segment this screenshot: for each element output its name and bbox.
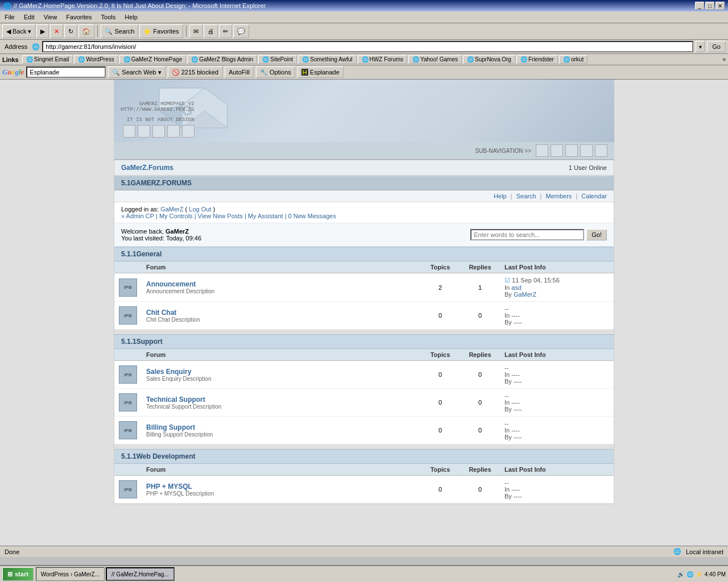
link-sitepoint[interactable]: 🌐 SitePoint <box>258 55 297 64</box>
link-singnet-email[interactable]: 🌐 Singnet Email <box>22 55 73 64</box>
forum-row-replies: 1 <box>460 273 500 302</box>
forum-header-row: GaMerZ.Forums 1 User Online <box>114 160 614 176</box>
mail-button[interactable]: ✉ <box>189 24 202 38</box>
address-input[interactable] <box>42 41 693 52</box>
forward-button[interactable]: ▶ <box>36 24 49 38</box>
menu-edit[interactable]: Edit <box>19 13 39 22</box>
link-wordpress[interactable]: 🌐 WordPress <box>74 55 118 64</box>
maximize-button[interactable]: □ <box>705 2 714 10</box>
menu-tools[interactable]: Tools <box>97 13 121 22</box>
link-yahoo-games[interactable]: 🌐 Yahoo! Games <box>408 55 462 64</box>
refresh-button[interactable]: ↻ <box>64 24 77 38</box>
new-messages-link[interactable]: 0 New Messages <box>288 213 336 219</box>
forum-name-link[interactable]: Technical Support <box>146 396 205 404</box>
forum-desc: PHP + MYSQL Description <box>146 490 416 497</box>
menu-favorites[interactable]: Favorites <box>61 13 96 22</box>
forum-search-input[interactable] <box>470 229 584 240</box>
last-post-by-link[interactable]: GaMerZ <box>514 291 536 298</box>
util-calendar[interactable]: Calendar <box>581 193 607 199</box>
forum-breadcrumb-link[interactable]: GaMerZ.Forums <box>121 164 173 172</box>
subnav-icon-3[interactable] <box>565 144 578 157</box>
menu-file[interactable]: File <box>0 13 19 22</box>
menu-help[interactable]: Help <box>120 13 142 22</box>
back-button[interactable]: ◀ Back ▾ <box>2 24 35 38</box>
go-button[interactable]: Go <box>707 41 726 52</box>
util-help[interactable]: Help <box>494 193 507 199</box>
highlight-button[interactable]: H Esplanade <box>297 66 344 78</box>
forum-row-topics: 2 <box>420 273 460 302</box>
messenger-button[interactable]: 💬 <box>233 24 249 38</box>
google-search-button[interactable]: 🔍 Search Web ▾ <box>108 66 165 78</box>
logout-link[interactable]: Log Out <box>189 206 211 213</box>
nav-icon-1[interactable] <box>123 125 135 138</box>
menu-view[interactable]: View <box>39 13 62 22</box>
link-friendster[interactable]: 🌐 Friendster <box>516 55 558 64</box>
table-row: IPBAnnouncementAnnouncement Description2… <box>114 273 614 302</box>
clock: 4:40 PM <box>705 571 726 576</box>
print-button[interactable]: 🖨 <box>204 24 218 38</box>
nav-icon-4[interactable] <box>167 125 180 138</box>
tray-icon-3: ⚡ <box>696 571 702 576</box>
forum-row-lastpost: --In ----By ---- <box>500 476 614 504</box>
forum-row-replies: 0 <box>460 417 500 444</box>
close-button[interactable]: ✕ <box>715 2 725 10</box>
link-gamerz-blogs-admin[interactable]: 🌐 GaMerZ Blogs Admin <box>187 55 257 64</box>
forum-row-name: Billing SupportBilling Support Descripti… <box>142 417 420 444</box>
blocked-button[interactable]: 🚫 2215 blocked <box>168 66 223 78</box>
options-button[interactable]: 🔧 Options <box>256 66 295 78</box>
banner-nav-icons <box>121 125 195 138</box>
subnav-icon-4[interactable] <box>580 144 593 157</box>
links-label: Links <box>2 56 21 63</box>
google-search-input[interactable] <box>26 66 106 78</box>
my-assistant-link[interactable]: My Assistant <box>248 213 283 219</box>
link-orkut[interactable]: 🌐 orkut <box>559 55 588 64</box>
nav-icon-5[interactable] <box>182 125 195 138</box>
home-button[interactable]: 🏠 <box>78 24 94 38</box>
nav-icon-2[interactable] <box>138 125 150 138</box>
forum-name-link[interactable]: Billing Support <box>146 423 195 431</box>
links-expand[interactable]: » <box>722 56 726 63</box>
minimize-button[interactable]: _ <box>695 2 704 10</box>
taskbar-item-0[interactable]: WordPress › GaMerZ... <box>36 567 105 575</box>
util-members[interactable]: Members <box>546 193 572 199</box>
forum-name-link[interactable]: Chit Chat <box>146 309 176 317</box>
forum-icon: IPB <box>119 278 137 297</box>
section-title: 5.1GAMERZ.FORUMS <box>114 176 614 190</box>
forum-search-button[interactable]: Go! <box>586 229 607 240</box>
link-suprnova[interactable]: 🌐 SuprNova.Org <box>463 55 515 64</box>
edit-button[interactable]: ✏ <box>219 24 232 38</box>
subnav-icon-1[interactable] <box>536 144 548 157</box>
browser-icon: 🌐 <box>3 2 11 10</box>
search-button[interactable]: 🔍 Search <box>101 24 138 38</box>
stop-button[interactable]: ✕ <box>50 24 63 38</box>
last-post-in-link[interactable]: asd <box>511 284 522 291</box>
view-new-posts-link[interactable]: View New Posts <box>198 213 243 219</box>
link-hwz-forums[interactable]: 🌐 HWZ Forums <box>358 55 407 64</box>
forum-name-link[interactable]: PHP + MYSQL <box>146 483 192 490</box>
search-box: Go! <box>470 229 607 240</box>
forum-row-name: Technical SupportTechnical Support Descr… <box>142 389 420 417</box>
forum-desc: Chit Chat Description <box>146 317 416 323</box>
username-link[interactable]: GaMerZ <box>160 206 183 213</box>
th-replies: Replies <box>460 464 500 476</box>
subnav-icon-5[interactable] <box>595 144 607 157</box>
my-controls-link[interactable]: My Controls <box>159 213 193 219</box>
forum-name-link[interactable]: Announcement <box>146 280 196 288</box>
start-button[interactable]: ⊞ start <box>2 567 34 575</box>
nav-icon-3[interactable] <box>152 125 165 138</box>
link-icon: 🌐 <box>520 56 527 63</box>
taskbar-item-1[interactable]: // GaMerZ.HomePag... <box>106 567 175 575</box>
forum-row-name: PHP + MYSQLPHP + MYSQL Description <box>142 476 420 504</box>
forum-icon: IPB <box>119 306 137 325</box>
admin-cp-link[interactable]: Admin CP <box>126 213 154 219</box>
address-dropdown-button[interactable]: ▾ <box>696 41 705 52</box>
forum-name-link[interactable]: Sales Enquiry <box>146 368 191 376</box>
forum-row-topics: 0 <box>420 361 460 389</box>
subnav-icon-2[interactable] <box>551 144 563 157</box>
link-something-awful[interactable]: 🌐 Something Awful <box>298 55 356 64</box>
autofill-button[interactable]: AutoFill <box>225 66 254 78</box>
forum-desc: Billing Support Description <box>146 431 416 438</box>
util-search[interactable]: Search <box>516 193 536 199</box>
favorites-button[interactable]: ⭐ Favorites <box>139 24 183 38</box>
link-gamerz-homepage[interactable]: 🌐 GaMerZ HomePage <box>119 55 186 64</box>
